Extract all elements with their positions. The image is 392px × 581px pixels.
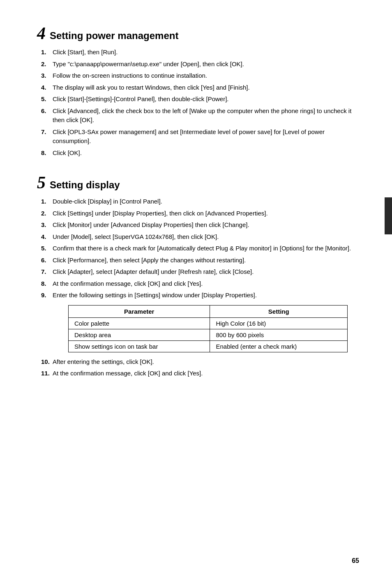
table-header-parameter: Parameter [69, 305, 210, 317]
table-cell-setting-2: 800 by 600 pixels [210, 329, 348, 340]
table-cell-setting-1: High Color (16 bit) [210, 317, 348, 329]
step-4-8: 8. Click [OK]. [41, 148, 359, 158]
step-4-7: 7. Click [OPL3-SAx power management] and… [41, 127, 359, 146]
settings-table: Parameter Setting Color palette High Col… [68, 305, 348, 352]
section-5-steps: 1. Double-click [Display] in [Control Pa… [37, 197, 359, 300]
table-cell-param-2: Desktop area [69, 329, 210, 340]
section-4-heading: 4 Setting power management [37, 25, 359, 42]
table-row-3: Show settings icon on task bar Enabled (… [69, 340, 348, 352]
step-5-4: 4. Under [Model], select [SuperVGA 1024x… [41, 232, 359, 242]
step-5-10: 10. After entering the settings, click [… [41, 357, 359, 367]
step-5-5: 5. Confirm that there is a check mark fo… [41, 244, 359, 253]
table-row-2: Desktop area 800 by 600 pixels [69, 329, 348, 340]
table-cell-setting-3: Enabled (enter a check mark) [210, 340, 348, 352]
settings-table-container: Parameter Setting Color palette High Col… [37, 305, 359, 352]
step-5-11: 11. At the confirmation message, click [… [41, 369, 359, 378]
step-4-4: 4. The display will ask you to restart W… [41, 83, 359, 93]
step-5-7: 7. Click [Adapter], select [Adapter defa… [41, 267, 359, 277]
table-row-1: Color palette High Color (16 bit) [69, 317, 348, 329]
section-5-number: 5 [37, 174, 46, 191]
section-5: 5 Setting display 1. Double-click [Displ… [37, 174, 359, 378]
step-4-2: 2. Type "c:\panaapp\powerman\setup.exe" … [41, 60, 359, 69]
section-5-title: Setting display [50, 179, 120, 191]
page: 4 Setting power management 1. Click [Sta… [0, 0, 392, 581]
section-4-number: 4 [37, 25, 46, 42]
step-5-2: 2. Click [Settings] under [Display Prope… [41, 209, 359, 218]
step-5-3: 3. Click [Monitor] under [Advanced Displ… [41, 220, 359, 230]
section-5-steps-after: 10. After entering the settings, click [… [37, 357, 359, 378]
step-5-1: 1. Double-click [Display] in [Control Pa… [41, 197, 359, 206]
step-5-9: 9. Enter the following settings in [Sett… [41, 291, 359, 300]
section-5-heading: 5 Setting display [37, 174, 359, 191]
step-4-5: 5. Click [Start]-[Settings]-[Control Pan… [41, 95, 359, 104]
table-cell-param-3: Show settings icon on task bar [69, 340, 210, 352]
table-header-setting: Setting [210, 305, 348, 317]
step-4-6: 6. Click [Advanced], click the check box… [41, 106, 359, 125]
section-4: 4 Setting power management 1. Click [Sta… [37, 25, 359, 157]
section-4-title: Setting power management [50, 30, 178, 42]
page-number: 65 [352, 557, 359, 565]
sidebar-decoration [385, 197, 392, 234]
step-4-1: 1. Click [Start], then [Run]. [41, 48, 359, 57]
section-4-steps: 1. Click [Start], then [Run]. 2. Type "c… [37, 48, 359, 157]
table-cell-param-1: Color palette [69, 317, 210, 329]
step-4-3: 3. Follow the on-screen instructions to … [41, 71, 359, 81]
step-5-8: 8. At the confirmation message, click [O… [41, 279, 359, 289]
step-5-6: 6. Click [Performance], then select [App… [41, 256, 359, 265]
